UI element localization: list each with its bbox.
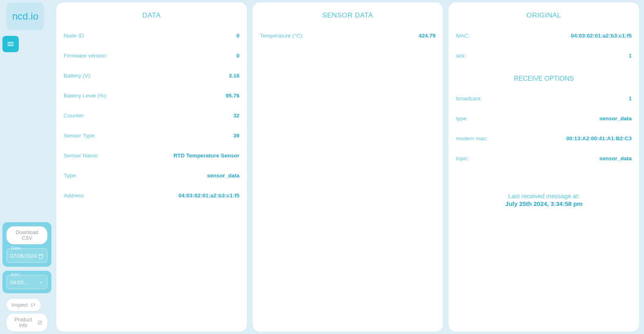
mac-card: MAC 04:03:... [2, 271, 51, 293]
product-info-button[interactable]: Product info [7, 314, 47, 332]
row-value: sensor_data [599, 155, 632, 161]
data-row: Firmware version:0 [64, 49, 240, 69]
data-panel-title: DATA [64, 11, 240, 20]
data-row: Sensor Type:39 [64, 128, 240, 148]
mac-label: MAC [10, 272, 21, 277]
data-row: broadcast:1 [456, 91, 632, 111]
last-received-label: Last received message at: [456, 192, 632, 199]
row-value: 1 [629, 95, 632, 102]
row-value: 04:03:02:01:a2:b3:c1:f5 [178, 192, 239, 199]
sensor-data-panel: SENSOR DATA Temperature (°C):424.79 [253, 2, 443, 332]
row-value: 95.76 [226, 93, 240, 99]
data-row: Sensor Name:RTD Temperature Sensor [64, 148, 240, 168]
row-value: sensor_data [599, 115, 632, 122]
last-received: Last received message at: July 25th 2024… [456, 192, 632, 207]
row-label: Firmware version: [64, 53, 107, 59]
row-value: sensor_data [207, 173, 240, 179]
data-row: Battery (V):3.16 [64, 69, 240, 88]
row-value: 424.79 [419, 33, 435, 39]
row-label: topic: [456, 155, 469, 161]
inspect-button[interactable]: Inspect [7, 299, 41, 311]
date-label: Date: [10, 246, 22, 250]
menu-button[interactable] [2, 36, 19, 52]
row-value: 1 [629, 53, 632, 59]
row-value: 3.16 [229, 73, 239, 79]
row-value: 32 [233, 113, 240, 119]
row-label: Battery Level (%): [64, 93, 107, 99]
original-panel: ORIGINAL MAC:04:03:02:01:a2:b3:c1:f5ack:… [449, 2, 639, 332]
mac-select[interactable]: MAC 04:03:... [7, 275, 47, 289]
sensor-data-rows: Temperature (°C):424.79 [260, 29, 436, 49]
dropdown-icon [38, 280, 44, 285]
data-panel: DATA Node ID0Firmware version:0Battery (… [56, 2, 247, 332]
download-card: Download CSV Date: 07/26/2024 [2, 222, 51, 267]
row-value: 0 [236, 33, 240, 39]
row-value: RTD Temperature Sensor [173, 153, 240, 159]
row-label: modem mac: [456, 135, 488, 142]
row-label: broadcast: [456, 95, 482, 102]
data-row: MAC:04:03:02:01:a2:b3:c1:f5 [456, 29, 632, 49]
mac-value: 04:03:... [10, 279, 29, 285]
row-label: Sensor Name: [64, 153, 99, 159]
braces-icon [30, 302, 36, 308]
data-row: Temperature (°C):424.79 [260, 29, 436, 49]
row-label: Temperature (°C): [260, 33, 304, 39]
hamburger-icon [7, 40, 15, 48]
row-label: Type: [64, 173, 77, 179]
receive-options-title: RECEIVE OPTIONS [456, 75, 632, 82]
data-row: Type:sensor_data [64, 168, 240, 188]
data-row: Node ID0 [64, 29, 240, 49]
receive-rows: broadcast:1type:sensor_datamodem mac:00:… [456, 91, 632, 171]
calendar-icon [38, 253, 44, 259]
last-received-value: July 25th 2024, 3:34:58 pm [456, 200, 632, 207]
row-label: Counter: [64, 113, 85, 119]
sensor-data-panel-title: SENSOR DATA [260, 11, 436, 20]
data-row: Counter:32 [64, 108, 240, 128]
data-row: Address04:03:02:01:a2:b3:c1:f5 [64, 188, 240, 208]
download-csv-button[interactable]: Download CSV [7, 226, 47, 244]
row-label: Address [64, 192, 84, 199]
data-row: ack:1 [456, 49, 632, 69]
download-csv-label: Download CSV [11, 230, 42, 241]
row-label: Sensor Type: [64, 133, 96, 139]
data-row: topic:sensor_data [456, 151, 632, 171]
brand-logo: ncd.io [7, 2, 44, 30]
open-external-icon [38, 320, 42, 325]
row-label: Battery (V): [64, 73, 91, 79]
row-value: 00:13:A2:00:41:A1:B2:C3 [566, 135, 632, 142]
row-value: 39 [233, 133, 240, 139]
data-row: modem mac:00:13:A2:00:41:A1:B2:C3 [456, 131, 632, 151]
original-rows: MAC:04:03:02:01:a2:b3:c1:f5ack:1 [456, 29, 632, 69]
product-info-label: Product info [11, 317, 35, 328]
data-row: Battery Level (%):95.76 [64, 88, 240, 108]
row-value: 04:03:02:01:a2:b3:c1:f5 [571, 33, 632, 39]
row-label: Node ID [64, 33, 84, 39]
original-panel-title: ORIGINAL [456, 11, 632, 20]
row-value: 0 [236, 53, 240, 59]
date-field[interactable]: Date: 07/26/2024 [7, 248, 47, 263]
row-label: type: [456, 115, 468, 122]
date-value: 07/26/2024 [10, 253, 37, 259]
row-label: ack: [456, 53, 466, 59]
row-label: MAC: [456, 33, 470, 39]
data-rows: Node ID0Firmware version:0Battery (V):3.… [64, 29, 240, 208]
inspect-label: Inspect [11, 302, 28, 308]
data-row: type:sensor_data [456, 111, 632, 131]
